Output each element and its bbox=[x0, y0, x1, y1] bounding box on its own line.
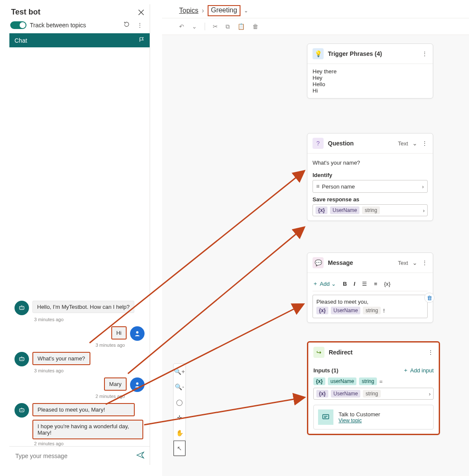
bot-message: What's your name? bbox=[32, 352, 90, 365]
test-bot-title: Test bot bbox=[11, 8, 41, 17]
italic-icon[interactable]: I bbox=[354, 281, 356, 287]
user-avatar-icon bbox=[130, 326, 145, 341]
add-input-button[interactable]: ＋ Add input bbox=[403, 366, 434, 374]
paste-icon[interactable]: 📋 bbox=[237, 23, 245, 30]
more-icon[interactable]: ⋮ bbox=[135, 21, 145, 29]
timestamp: 2 minutes ago bbox=[14, 394, 125, 399]
svg-rect-11 bbox=[323, 415, 329, 419]
insert-variable-icon[interactable]: {x} bbox=[384, 281, 391, 287]
more-icon[interactable]: ⋮ bbox=[428, 349, 434, 356]
variable-icon: {x} bbox=[316, 206, 327, 214]
chevron-down-icon[interactable]: ⌄ bbox=[412, 140, 417, 147]
question-icon: ? bbox=[313, 138, 324, 149]
authoring-canvas[interactable]: + + + + 💡 Trigger Phrases (4) ⋮ Hey ther… bbox=[162, 35, 469, 466]
delete-message-icon[interactable]: 🗑 bbox=[424, 293, 434, 303]
message-editor[interactable]: Pleased to meet you, {x} UserName string… bbox=[313, 295, 428, 318]
canvas-zoom-toolbar: 🔍+ 🔍- ◯ ✛ ✋ ↖ bbox=[173, 363, 186, 456]
bot-message: Pleased to meet you, Mary! bbox=[32, 403, 135, 416]
node-title: Question bbox=[328, 140, 394, 147]
variable-name: UserName bbox=[331, 390, 360, 398]
more-icon[interactable]: ⋮ bbox=[422, 259, 428, 266]
variable-icon: {x} bbox=[313, 377, 325, 385]
breadcrumb-root[interactable]: Topics bbox=[179, 7, 198, 15]
track-between-topics-label: Track between topics bbox=[30, 22, 118, 29]
question-node[interactable]: ? Question Text ⌄ ⋮ What's your name? Id… bbox=[307, 133, 433, 221]
reset-icon[interactable] bbox=[122, 20, 132, 30]
bot-avatar-icon bbox=[14, 301, 29, 315]
redo-chevron-icon[interactable]: ⌄ bbox=[192, 23, 197, 30]
inputs-label: Inputs (1) bbox=[313, 367, 339, 374]
variable-icon: {x} bbox=[316, 307, 328, 314]
svg-point-10 bbox=[22, 410, 23, 411]
node-output-type: Text bbox=[398, 260, 408, 266]
chat-bubble-icon: 💬 bbox=[313, 257, 324, 268]
svg-point-2 bbox=[22, 308, 23, 308]
recenter-icon[interactable]: ✛ bbox=[174, 410, 185, 425]
chevron-right-icon: › bbox=[429, 391, 431, 397]
variable-name: UserName bbox=[330, 206, 359, 214]
svg-point-6 bbox=[22, 359, 23, 360]
node-output-type: Text bbox=[398, 140, 408, 147]
undo-icon[interactable]: ↶ bbox=[179, 23, 184, 30]
redirect-topic-card[interactable]: Talk to Customer View topic bbox=[313, 405, 434, 430]
numbered-list-icon[interactable]: ≡ bbox=[374, 281, 377, 287]
more-icon[interactable]: ⋮ bbox=[422, 50, 428, 57]
send-icon[interactable] bbox=[136, 451, 145, 461]
chat-tab[interactable]: Chat bbox=[9, 33, 150, 47]
message-node[interactable]: 💬 Message Text ⌄ ⋮ ＋ Add ⌄ B I ☰ ≡ {x} P… bbox=[307, 253, 433, 323]
close-icon[interactable] bbox=[138, 9, 145, 16]
topic-icon bbox=[318, 409, 333, 425]
more-icon[interactable]: ⋮ bbox=[422, 140, 428, 147]
delete-icon[interactable]: 🗑 bbox=[252, 23, 258, 30]
node-title: Redirect bbox=[329, 349, 423, 356]
track-between-topics-toggle[interactable] bbox=[10, 21, 26, 29]
svg-rect-8 bbox=[20, 409, 24, 412]
zoom-out-icon[interactable]: 🔍- bbox=[174, 379, 185, 395]
breadcrumb: Topics › Greeting ⌄ bbox=[162, 0, 469, 18]
user-message: Hi bbox=[111, 326, 127, 340]
message-suffix: ! bbox=[383, 308, 385, 314]
input-value-field[interactable]: {x} UserName string › bbox=[313, 388, 434, 400]
node-title: Trigger Phrases (4) bbox=[328, 50, 417, 57]
save-response-label: Save response as bbox=[313, 196, 428, 203]
svg-rect-0 bbox=[20, 306, 24, 309]
timestamp: 3 minutes ago bbox=[34, 368, 145, 373]
variable-type: string bbox=[363, 307, 380, 314]
chevron-right-icon: › bbox=[202, 7, 204, 15]
zoom-fit-icon[interactable]: ◯ bbox=[174, 395, 185, 410]
question-prompt[interactable]: What's your name? bbox=[313, 158, 428, 168]
variable-icon: {x} bbox=[316, 390, 328, 398]
bullet-list-icon[interactable]: ☰ bbox=[362, 281, 367, 287]
breadcrumb-current: Greeting bbox=[208, 5, 240, 16]
chevron-down-icon[interactable]: ⌄ bbox=[244, 8, 248, 14]
bot-avatar-icon bbox=[14, 403, 29, 418]
trigger-phrase: Hey there bbox=[313, 68, 428, 75]
bot-avatar-icon bbox=[14, 352, 29, 366]
svg-point-5 bbox=[20, 359, 21, 360]
trigger-phrase: Hey bbox=[313, 75, 428, 81]
zoom-in-icon[interactable]: 🔍+ bbox=[174, 364, 185, 379]
bold-icon[interactable]: B bbox=[343, 281, 347, 287]
compose-input[interactable] bbox=[14, 452, 132, 460]
flag-icon[interactable] bbox=[139, 37, 145, 44]
identify-entity-field[interactable]: ⌗ Person name › bbox=[313, 180, 428, 193]
copy-icon[interactable]: ⧉ bbox=[226, 23, 230, 30]
entity-icon: ⌗ bbox=[316, 183, 319, 190]
add-button[interactable]: ＋ Add ⌄ bbox=[313, 280, 336, 287]
pan-icon[interactable]: ✋ bbox=[174, 425, 185, 441]
input-var-type: string bbox=[359, 377, 376, 385]
view-topic-link[interactable]: View topic bbox=[339, 418, 380, 424]
trigger-phrases-node[interactable]: 💡 Trigger Phrases (4) ⋮ Hey there Hey He… bbox=[307, 44, 433, 99]
chevron-down-icon[interactable]: ⌄ bbox=[412, 259, 417, 266]
save-response-field[interactable]: {x} UserName string › bbox=[313, 204, 428, 216]
redirect-node[interactable]: ↪ Redirect ⋮ Inputs (1) ＋ Add input {x} … bbox=[307, 341, 440, 435]
redirect-icon: ↪ bbox=[313, 347, 324, 358]
cut-icon[interactable]: ✂ bbox=[213, 23, 218, 30]
variable-name: UserName bbox=[331, 307, 360, 314]
cursor-icon[interactable]: ↖ bbox=[174, 441, 185, 456]
user-avatar-icon bbox=[130, 377, 145, 392]
svg-rect-4 bbox=[20, 357, 24, 360]
identify-value: Person name bbox=[322, 183, 420, 190]
chat-tab-label: Chat bbox=[14, 37, 27, 44]
authoring-canvas-pane: Topics › Greeting ⌄ ↶ ⌄ ✂ ⧉ 📋 🗑 + + + + … bbox=[162, 0, 469, 476]
